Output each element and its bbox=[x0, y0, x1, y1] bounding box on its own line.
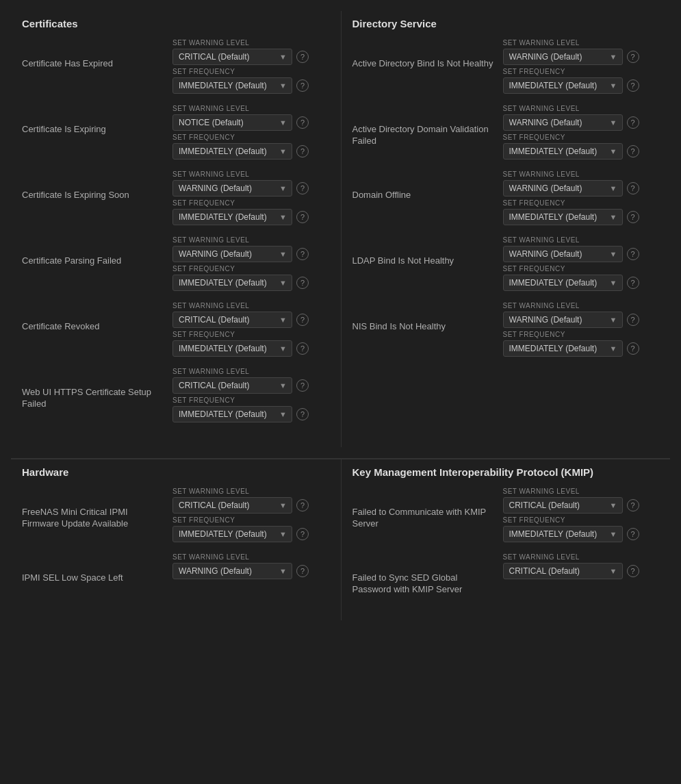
warning-label-kmip2: Set Warning Level bbox=[503, 553, 639, 561]
warning-group-3: Set Warning Level WARNING (Default) CRIT… bbox=[172, 170, 309, 197]
warning-help-ds4[interactable]: ? bbox=[627, 248, 639, 260]
freq-help-4[interactable]: ? bbox=[296, 277, 309, 289]
warning-select-3[interactable]: WARNING (Default) CRITICAL (Default) NOT… bbox=[172, 180, 292, 197]
freq-help-1[interactable]: ? bbox=[296, 79, 309, 92]
freq-help-2[interactable]: ? bbox=[296, 145, 309, 157]
warning-select-1[interactable]: CRITICAL (Default) WARNING (Default) NOT… bbox=[172, 49, 292, 65]
warning-label-6: Set Warning Level bbox=[172, 368, 309, 375]
warning-help-2[interactable]: ? bbox=[296, 116, 309, 129]
warning-group-2: Set Warning Level NOTICE (Default) CRITI… bbox=[172, 105, 309, 131]
freq-help-5[interactable]: ? bbox=[296, 342, 309, 355]
warning-row-ds2: WARNING (Default) CRITICAL (Default) NOT… bbox=[503, 114, 639, 131]
freq-select-5[interactable]: IMMEDIATELY (Default) HOURLY DAILY bbox=[172, 340, 292, 357]
freq-help-6[interactable]: ? bbox=[296, 408, 309, 420]
warning-help-ds2[interactable]: ? bbox=[627, 116, 639, 129]
freq-group-1: Set Frequency IMMEDIATELY (Default) HOUR… bbox=[172, 68, 309, 94]
warning-select-hw1[interactable]: CRITICAL (Default) WARNING (Default) NOT… bbox=[172, 497, 292, 514]
freq-select-ds5[interactable]: IMMEDIATELY (Default) HOURLY DAILY bbox=[503, 340, 623, 357]
freq-row-hw1: IMMEDIATELY (Default) HOURLY DAILY ▼ ? bbox=[172, 526, 309, 542]
freq-help-ds5[interactable]: ? bbox=[627, 342, 639, 355]
freq-group-ds3: Set Frequency IMMEDIATELY (Default) HOUR… bbox=[503, 199, 639, 225]
alert-name-webui-https-cert: Web UI HTTPS Certificate Setup Failed bbox=[22, 368, 172, 410]
controls-kmip-sync: Set Warning Level CRITICAL (Default) WAR… bbox=[503, 553, 639, 579]
freq-select-wrap-ds2: IMMEDIATELY (Default) HOURLY DAILY ▼ bbox=[503, 143, 623, 160]
freq-group-kmip1: Set Frequency IMMEDIATELY (Default) HOUR… bbox=[503, 516, 639, 542]
freq-select-4[interactable]: IMMEDIATELY (Default) HOURLY DAILY bbox=[172, 275, 292, 291]
warning-select-wrap-ds1: WARNING (Default) CRITICAL (Default) NOT… bbox=[503, 49, 623, 65]
freq-select-2[interactable]: IMMEDIATELY (Default) HOURLY DAILY bbox=[172, 143, 292, 160]
freq-select-ds4[interactable]: IMMEDIATELY (Default) HOURLY DAILY bbox=[503, 275, 623, 291]
warning-select-ds3[interactable]: WARNING (Default) CRITICAL (Default) NOT… bbox=[503, 180, 623, 197]
warning-help-kmip1[interactable]: ? bbox=[627, 499, 639, 511]
warning-group-hw1: Set Warning Level CRITICAL (Default) WAR… bbox=[172, 488, 309, 514]
alert-block-nis-bind: NIS Bind Is Not Healthy Set Warning Leve… bbox=[352, 302, 660, 361]
warning-row-hw2: WARNING (Default) CRITICAL (Default) NOT… bbox=[172, 563, 309, 579]
freq-row-ds3: IMMEDIATELY (Default) HOURLY DAILY ▼ ? bbox=[503, 209, 639, 225]
freq-select-ds3[interactable]: IMMEDIATELY (Default) HOURLY DAILY bbox=[503, 209, 623, 225]
freq-help-ds3[interactable]: ? bbox=[627, 211, 639, 223]
controls-nis-bind: Set Warning Level WARNING (Default) CRIT… bbox=[503, 302, 639, 357]
warning-help-3[interactable]: ? bbox=[296, 182, 309, 194]
warning-select-4[interactable]: WARNING (Default) CRITICAL (Default) NOT… bbox=[172, 246, 292, 262]
controls-kmip-communicate: Set Warning Level CRITICAL (Default) WAR… bbox=[503, 488, 639, 542]
warning-select-6[interactable]: CRITICAL (Default) WARNING (Default) NOT… bbox=[172, 377, 292, 394]
warning-group-ds3: Set Warning Level WARNING (Default) CRIT… bbox=[503, 170, 639, 197]
warning-select-hw2[interactable]: WARNING (Default) CRITICAL (Default) NOT… bbox=[172, 563, 292, 579]
warning-label-hw1: Set Warning Level bbox=[172, 488, 309, 495]
freq-group-2: Set Frequency IMMEDIATELY (Default) HOUR… bbox=[172, 134, 309, 160]
warning-help-4[interactable]: ? bbox=[296, 248, 309, 260]
warning-help-5[interactable]: ? bbox=[296, 314, 309, 326]
warning-group-5: Set Warning Level CRITICAL (Default) WAR… bbox=[172, 302, 309, 328]
warning-row-2: NOTICE (Default) CRITICAL (Default) WARN… bbox=[172, 114, 309, 131]
freq-help-3[interactable]: ? bbox=[296, 211, 309, 223]
warning-help-hw1[interactable]: ? bbox=[296, 499, 309, 511]
freq-select-hw1[interactable]: IMMEDIATELY (Default) HOURLY DAILY bbox=[172, 526, 292, 542]
freq-select-6[interactable]: IMMEDIATELY (Default) HOURLY DAILY bbox=[172, 406, 292, 422]
warning-help-hw2[interactable]: ? bbox=[296, 565, 309, 577]
freq-row-1: IMMEDIATELY (Default) HOURLY DAILY ▼ ? bbox=[172, 77, 309, 94]
warning-select-2[interactable]: NOTICE (Default) CRITICAL (Default) WARN… bbox=[172, 114, 292, 131]
freq-help-kmip1[interactable]: ? bbox=[627, 528, 639, 540]
freq-select-3[interactable]: IMMEDIATELY (Default) HOURLY DAILY bbox=[172, 209, 292, 225]
freq-help-ds4[interactable]: ? bbox=[627, 277, 639, 289]
freq-help-ds1[interactable]: ? bbox=[627, 79, 639, 92]
warning-select-kmip1[interactable]: CRITICAL (Default) WARNING (Default) NOT… bbox=[503, 497, 623, 514]
warning-label-ds1: Set Warning Level bbox=[503, 39, 639, 47]
warning-help-ds1[interactable]: ? bbox=[627, 51, 639, 63]
warning-select-ds2[interactable]: WARNING (Default) CRITICAL (Default) NOT… bbox=[503, 114, 623, 131]
freq-label-1: Set Frequency bbox=[172, 68, 309, 75]
freq-select-1[interactable]: IMMEDIATELY (Default) HOURLY DAILY bbox=[172, 77, 292, 94]
warning-help-1[interactable]: ? bbox=[296, 51, 309, 63]
warning-select-5[interactable]: CRITICAL (Default) WARNING (Default) NOT… bbox=[172, 312, 292, 328]
warning-select-wrap-6: CRITICAL (Default) WARNING (Default) NOT… bbox=[172, 377, 292, 394]
freq-help-hw1[interactable]: ? bbox=[296, 528, 309, 540]
warning-select-ds5[interactable]: WARNING (Default) CRITICAL (Default) NOT… bbox=[503, 312, 623, 328]
alert-name-ad-domain: Active Directory Domain Validation Faile… bbox=[352, 105, 503, 147]
warning-select-kmip2[interactable]: CRITICAL (Default) WARNING (Default) NOT… bbox=[503, 563, 623, 579]
warning-help-6[interactable]: ? bbox=[296, 379, 309, 392]
warning-label-hw2: Set Warning Level bbox=[172, 553, 309, 561]
freq-group-ds2: Set Frequency IMMEDIATELY (Default) HOUR… bbox=[503, 134, 639, 160]
warning-select-wrap-kmip1: CRITICAL (Default) WARNING (Default) NOT… bbox=[503, 497, 623, 514]
warning-group-hw2: Set Warning Level WARNING (Default) CRIT… bbox=[172, 553, 309, 579]
alert-block-ipmi-sel: IPMI SEL Low Space Left Set Warning Leve… bbox=[22, 553, 330, 588]
freq-select-wrap-ds5: IMMEDIATELY (Default) HOURLY DAILY ▼ bbox=[503, 340, 623, 357]
freq-group-ds5: Set Frequency IMMEDIATELY (Default) HOUR… bbox=[503, 331, 639, 357]
freq-help-ds2[interactable]: ? bbox=[627, 145, 639, 157]
freq-label-hw1: Set Frequency bbox=[172, 516, 309, 524]
warning-label-2: Set Warning Level bbox=[172, 105, 309, 112]
freq-select-ds1[interactable]: IMMEDIATELY (Default) HOURLY DAILY bbox=[503, 77, 623, 94]
warning-help-ds3[interactable]: ? bbox=[627, 182, 639, 194]
controls-ad-domain: Set Warning Level WARNING (Default) CRIT… bbox=[503, 105, 639, 160]
freq-select-kmip1[interactable]: IMMEDIATELY (Default) HOURLY DAILY bbox=[503, 526, 623, 542]
freq-select-ds2[interactable]: IMMEDIATELY (Default) HOURLY DAILY bbox=[503, 143, 623, 160]
certificates-section: Certificates Certificate Has Expired Set… bbox=[11, 11, 341, 447]
warning-select-wrap-hw1: CRITICAL (Default) WARNING (Default) NOT… bbox=[172, 497, 292, 514]
alert-block-freenas-mini: FreeNAS Mini Critical IPMI Firmware Upda… bbox=[22, 488, 330, 546]
warning-help-kmip2[interactable]: ? bbox=[627, 565, 639, 577]
warning-group-ds5: Set Warning Level WARNING (Default) CRIT… bbox=[503, 302, 639, 328]
warning-help-ds5[interactable]: ? bbox=[627, 314, 639, 326]
warning-select-ds4[interactable]: WARNING (Default) CRITICAL (Default) NOT… bbox=[503, 246, 623, 262]
warning-select-ds1[interactable]: WARNING (Default) CRITICAL (Default) NOT… bbox=[503, 49, 623, 65]
freq-select-wrap-ds3: IMMEDIATELY (Default) HOURLY DAILY ▼ bbox=[503, 209, 623, 225]
